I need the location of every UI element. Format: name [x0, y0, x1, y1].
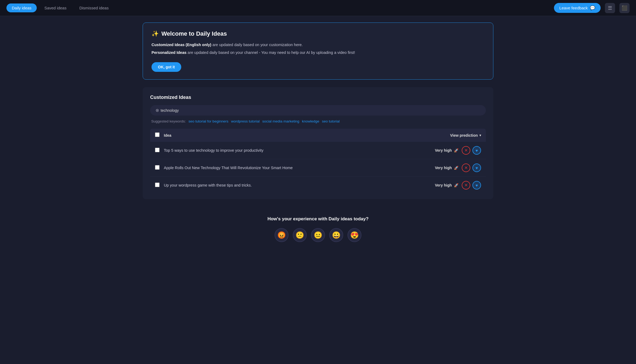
feedback-question: How's your experience with Daily ideas t…: [143, 216, 493, 222]
sad-emoji: 🙁: [295, 231, 304, 239]
keyword-input-row[interactable]: ⊗ technology: [150, 105, 486, 116]
suggested-label: Suggested keywords:: [151, 119, 186, 123]
header-idea: Idea: [164, 133, 450, 138]
section-title: Customized Ideas: [150, 95, 486, 100]
dismiss-button-1[interactable]: ✕: [462, 164, 470, 172]
customized-ideas-section: Customized Ideas ⊗ technology Suggested …: [143, 87, 493, 199]
chat-icon: 💬: [590, 5, 595, 10]
remove-keyword-icon[interactable]: ⊗: [156, 108, 159, 113]
suggested-keyword-2[interactable]: social media marketing: [262, 119, 299, 123]
main-content: ✨ Welcome to Daily Ideas Customized Idea…: [133, 16, 503, 253]
welcome-title: ✨ Welcome to Daily Ideas: [151, 30, 485, 37]
emoji-happy[interactable]: 😀: [329, 228, 343, 242]
save-button-0[interactable]: ♥: [472, 146, 481, 155]
welcome-line-2: Personalized Ideas are updated daily bas…: [151, 49, 485, 56]
emoji-love[interactable]: 😍: [347, 228, 361, 242]
table-row: Apple Rolls Out New Technology That Will…: [150, 159, 486, 177]
tab-daily-ideas[interactable]: Daily ideas: [6, 3, 37, 12]
row-checkbox-2[interactable]: [155, 183, 160, 187]
welcome-line-1: Customized Ideas (English only) are upda…: [151, 42, 485, 48]
suggested-keyword-3[interactable]: knowledge: [302, 119, 319, 123]
emoji-neutral[interactable]: 😐: [311, 228, 325, 242]
ideas-table-body: Top 5 ways to use technology to improve …: [150, 142, 486, 194]
rocket-icon-2: 🚀: [454, 183, 458, 187]
feedback-label: Leave feedback: [559, 6, 588, 10]
emoji-row: 😡 🙁 😐 😀 😍: [143, 228, 493, 242]
monitor-button[interactable]: ⬛: [619, 3, 630, 13]
save-button-1[interactable]: ♥: [472, 164, 481, 172]
row-actions-1: ✕ ♥: [462, 164, 481, 172]
header-prediction[interactable]: View prediction ▾: [450, 133, 481, 138]
happy-emoji: 😀: [332, 231, 341, 239]
row-idea-text-1: Apple Rolls Out New Technology That Will…: [164, 166, 435, 170]
list-icon: ☰: [608, 5, 612, 11]
row-idea-text-2: Up your wordpress game with these tips a…: [164, 183, 435, 187]
ok-got-it-button[interactable]: OK, got it: [151, 62, 181, 72]
save-button-2[interactable]: ♥: [472, 181, 481, 190]
top-navigation: Daily ideas Saved ideas Dismissed ideas …: [0, 0, 636, 16]
suggested-keywords-row: Suggested keywords: seo tutorial for beg…: [150, 119, 486, 123]
suggested-keyword-4[interactable]: seo tutorial: [322, 119, 340, 123]
welcome-banner: ✨ Welcome to Daily Ideas Customized Idea…: [143, 23, 493, 80]
list-view-button[interactable]: ☰: [605, 3, 615, 13]
monitor-icon: ⬛: [622, 5, 627, 11]
row-prediction-2: Very high 🚀: [435, 183, 458, 187]
dismiss-button-0[interactable]: ✕: [462, 146, 470, 155]
sparkle-icon: ✨: [151, 30, 159, 37]
angry-emoji: 😡: [277, 231, 286, 239]
select-all-checkbox[interactable]: [155, 132, 160, 137]
rocket-icon-0: 🚀: [454, 148, 458, 153]
keyword-tag: ⊗ technology: [156, 108, 179, 113]
dismiss-button-2[interactable]: ✕: [462, 181, 470, 190]
row-actions-2: ✕ ♥: [462, 181, 481, 190]
row-prediction-0: Very high 🚀: [435, 148, 458, 153]
emoji-sad[interactable]: 🙁: [293, 228, 307, 242]
nav-right: Leave feedback 💬 ☰ ⬛: [554, 3, 630, 13]
table-row: Top 5 ways to use technology to improve …: [150, 142, 486, 159]
tab-dismissed-ideas[interactable]: Dismissed ideas: [74, 3, 114, 12]
nav-tabs: Daily ideas Saved ideas Dismissed ideas: [6, 3, 554, 12]
tab-saved-ideas[interactable]: Saved ideas: [39, 3, 72, 12]
rocket-icon-1: 🚀: [454, 166, 458, 170]
feedback-section: How's your experience with Daily ideas t…: [143, 207, 493, 246]
row-prediction-1: Very high 🚀: [435, 166, 458, 170]
row-checkbox-0[interactable]: [155, 148, 160, 152]
suggested-keyword-1[interactable]: wordpress tutorial: [231, 119, 260, 123]
neutral-emoji: 😐: [314, 231, 322, 239]
love-emoji: 😍: [350, 231, 359, 239]
header-checkbox-container[interactable]: [155, 132, 160, 138]
row-idea-text-0: Top 5 ways to use technology to improve …: [164, 148, 435, 153]
table-row: Up your wordpress game with these tips a…: [150, 177, 486, 194]
row-actions-0: ✕ ♥: [462, 146, 481, 155]
leave-feedback-button[interactable]: Leave feedback 💬: [554, 3, 601, 13]
emoji-angry[interactable]: 😡: [275, 228, 289, 242]
table-header: Idea View prediction ▾: [150, 129, 486, 142]
chevron-down-icon: ▾: [479, 133, 481, 137]
suggested-keyword-0[interactable]: seo tutorial for beginners: [188, 119, 228, 123]
row-checkbox-1[interactable]: [155, 165, 160, 170]
